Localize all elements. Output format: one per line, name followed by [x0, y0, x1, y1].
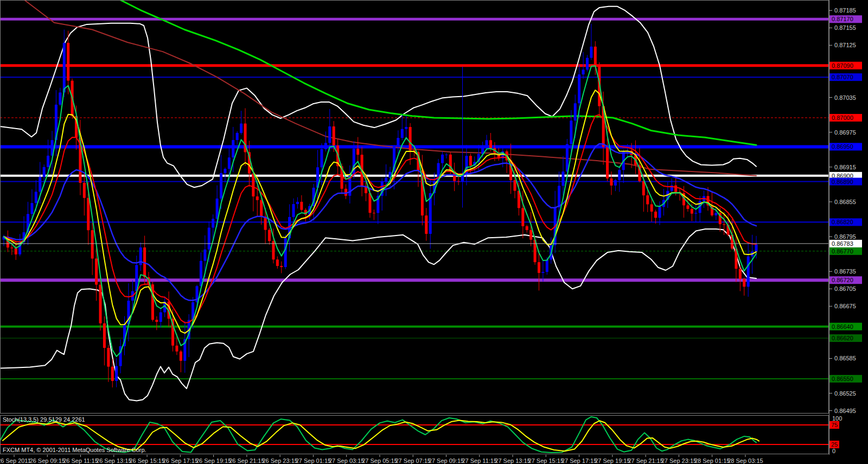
chart-background	[0, 0, 868, 464]
time-tick-label: 28 Sep 01:15	[694, 457, 730, 464]
price-tick-label: 0.86735	[834, 268, 856, 275]
price-tick-label: 0.86795	[834, 233, 856, 240]
bull-candle-body	[755, 244, 758, 251]
bear-candle-body	[526, 226, 528, 230]
bear-candle-body	[107, 348, 110, 367]
svg-text:0.86640: 0.86640	[832, 323, 853, 330]
bear-candle-body	[373, 213, 375, 213]
svg-text:0.86783: 0.86783	[832, 240, 853, 247]
bull-candle-body	[220, 173, 222, 199]
bear-candle-body	[300, 202, 303, 210]
bear-candle-body	[111, 367, 114, 381]
bull-candle-body	[284, 238, 287, 267]
bull-candle-body	[115, 366, 118, 381]
price-line-axis-label: 0.86550	[829, 375, 862, 383]
svg-text:0.86820: 0.86820	[832, 219, 853, 225]
svg-text:25: 25	[831, 441, 838, 448]
time-tick-label: 27 Sep 17:15	[561, 457, 597, 464]
stoch-level-axis-label: 75	[829, 421, 839, 429]
price-line-axis-label: 0.86783	[829, 240, 862, 247]
bear-candle-body	[256, 196, 259, 200]
bear-candle-body	[180, 352, 182, 361]
time-tick-label: 27 Sep 13:15	[495, 457, 530, 464]
bear-candle-body	[175, 346, 178, 352]
stoch-scale-bottom: 0	[832, 448, 835, 454]
bear-candle-body	[268, 230, 271, 241]
price-tick-label: 0.86915	[834, 164, 856, 170]
time-tick-label: 27 Sep 03:15	[329, 457, 364, 464]
bear-candle-body	[155, 320, 158, 322]
bear-candle-body	[10, 247, 13, 248]
bear-candle-body	[691, 209, 693, 214]
bull-candle-body	[224, 169, 226, 173]
svg-text:0.86950: 0.86950	[832, 143, 853, 150]
time-tick-label: 27 Sep 23:15	[661, 457, 697, 464]
bull-candle-body	[614, 180, 617, 186]
bull-candle-body	[405, 127, 407, 129]
svg-text:75: 75	[831, 422, 838, 428]
time-tick-label: 26 Sep 15:15	[129, 457, 164, 464]
bull-candle-body	[441, 155, 444, 163]
time-tick-label: 26 Sep 21:15	[229, 457, 264, 464]
price-line-axis-label: 0.87000	[829, 114, 862, 122]
bull-candle-body	[203, 250, 206, 261]
bull-candle-body	[397, 138, 399, 147]
time-tick-label: 27 Sep 07:15	[395, 457, 431, 464]
stochastic-indicator-label: Stoch(13,3,5) 29.5129 24.2261	[3, 416, 85, 423]
price-tick-label: 0.86705	[834, 285, 856, 292]
price-line-axis-label: 0.87090	[829, 62, 862, 69]
bull-candle-body	[324, 143, 327, 149]
price-tick-label: 0.86585	[834, 355, 856, 361]
bull-candle-body	[228, 157, 231, 169]
bull-candle-body	[385, 178, 387, 182]
bear-candle-body	[723, 224, 725, 225]
bear-candle-body	[606, 147, 609, 179]
bull-candle-body	[200, 261, 202, 287]
bear-candle-body	[91, 230, 94, 258]
bull-candle-body	[328, 126, 331, 143]
bear-candle-body	[489, 140, 492, 148]
chart-canvas[interactable]: 0.871850.871550.871250.870350.869750.869…	[0, 0, 868, 464]
bear-candle-body	[95, 258, 98, 284]
bear-candle-body	[333, 126, 335, 145]
bear-candle-body	[538, 262, 540, 273]
bear-candle-body	[650, 204, 653, 211]
bear-candle-body	[15, 248, 17, 254]
bull-candle-body	[212, 219, 214, 227]
bear-candle-body	[276, 259, 279, 266]
price-line-axis-label: 0.86890	[829, 178, 862, 186]
bear-candle-body	[87, 198, 90, 231]
bear-candle-body	[529, 230, 532, 240]
bull-candle-body	[35, 192, 37, 203]
svg-text:0.86890: 0.86890	[832, 179, 853, 185]
bear-candle-body	[674, 186, 677, 192]
bull-candle-body	[747, 256, 750, 287]
time-tick-label: 26 Sep 09:15	[30, 457, 65, 464]
time-tick-label: 26 Sep 17:15	[163, 457, 198, 464]
time-tick-label: 26 Sep 2011	[0, 457, 31, 464]
bull-candle-body	[236, 133, 239, 140]
bull-candle-body	[694, 213, 697, 213]
price-line-axis-label: 0.87070	[829, 73, 862, 81]
bull-candle-body	[320, 149, 323, 167]
price-tick-label: 0.87185	[834, 7, 856, 14]
bull-candle-body	[618, 170, 621, 180]
stochastic-signal-value: 24.2261	[63, 416, 85, 423]
bear-candle-body	[67, 43, 69, 81]
bear-candle-body	[425, 215, 427, 234]
bull-candle-body	[570, 120, 572, 144]
bull-candle-body	[296, 202, 299, 204]
stochastic-main-value: 29.5129	[40, 416, 62, 423]
price-line-axis-label: 0.86640	[829, 323, 862, 330]
bull-candle-body	[578, 74, 580, 103]
svg-text:0.86720: 0.86720	[832, 277, 853, 283]
time-tick-label: 27 Sep 19:15	[595, 457, 630, 464]
bear-candle-body	[280, 266, 283, 267]
stochastic-name: Stoch(13,3,5)	[3, 416, 39, 423]
bear-candle-body	[83, 183, 86, 198]
price-tick-label: 0.86855	[834, 199, 856, 205]
bear-candle-body	[469, 156, 472, 166]
bull-candle-body	[216, 199, 219, 219]
price-tick-label: 0.87035	[834, 94, 856, 101]
bear-candle-body	[521, 208, 524, 226]
